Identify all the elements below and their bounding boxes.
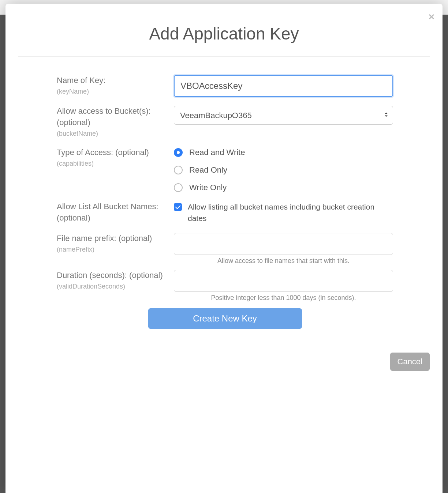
api-keyName: (keyName)	[57, 87, 174, 96]
row-prefix: File name prefix: (optional) (namePrefix…	[57, 233, 393, 265]
radio-label: Read Only	[189, 165, 227, 175]
label-duration: Duration (seconds): (optional)	[57, 270, 174, 281]
access-radio-group: Read and Write Read Only Write Only	[174, 147, 393, 192]
modal-backdrop: Personal Backup Business Backup B2 Cloud…	[0, 0, 448, 493]
radio-icon	[174, 183, 183, 192]
radio-icon	[174, 166, 183, 174]
duration-help: Positive integer less than 1000 days (in…	[174, 294, 393, 302]
row-access-type: Type of Access: (optional) (capabilities…	[57, 147, 393, 192]
row-bucket: Allow access to Bucket(s): (optional) (b…	[57, 106, 393, 138]
label-prefix: File name prefix: (optional)	[57, 233, 174, 244]
prefix-input[interactable]	[174, 233, 393, 255]
api-namePrefix: (namePrefix)	[57, 245, 174, 254]
bucket-select[interactable]: VeeamBackupO365	[174, 106, 393, 125]
form-body: Name of Key: (keyName) Allow access to B…	[18, 75, 430, 329]
row-duration: Duration (seconds): (optional) (validDur…	[57, 270, 393, 302]
radio-label: Write Only	[189, 183, 227, 192]
radio-read-write[interactable]: Read and Write	[174, 148, 393, 157]
cancel-button[interactable]: Cancel	[390, 353, 430, 371]
modal-title: Add Application Key	[18, 24, 430, 44]
radio-write-only[interactable]: Write Only	[174, 183, 393, 192]
label-bucket: Allow access to Bucket(s): (optional)	[57, 106, 174, 128]
radio-label: Read and Write	[189, 148, 245, 157]
divider-top	[18, 56, 430, 57]
api-validDurationSeconds: (validDurationSeconds)	[57, 282, 174, 291]
add-application-key-modal: × Add Application Key Name of Key: (keyN…	[5, 4, 443, 493]
checkbox-label: Allow listing all bucket names including…	[188, 201, 393, 224]
list-all-checkbox[interactable]: Allow listing all bucket names including…	[174, 201, 393, 224]
label-access-type: Type of Access: (optional)	[57, 147, 174, 158]
duration-input[interactable]	[174, 270, 393, 292]
radio-read-only[interactable]: Read Only	[174, 165, 393, 175]
api-capabilities: (capabilities)	[57, 159, 174, 168]
radio-icon	[174, 148, 183, 157]
api-bucketName: (bucketName)	[57, 129, 174, 138]
row-key-name: Name of Key: (keyName)	[57, 75, 393, 97]
close-icon[interactable]: ×	[429, 12, 434, 22]
checkbox-icon	[174, 203, 182, 211]
key-name-input[interactable]	[174, 75, 393, 97]
label-key-name: Name of Key:	[57, 75, 174, 86]
divider-bottom	[18, 342, 430, 342]
label-list-all: Allow List All Bucket Names: (optional)	[57, 201, 174, 224]
row-list-all: Allow List All Bucket Names: (optional) …	[57, 201, 393, 224]
create-new-key-button[interactable]: Create New Key	[148, 308, 302, 329]
prefix-help: Allow access to file names that start wi…	[174, 257, 393, 265]
